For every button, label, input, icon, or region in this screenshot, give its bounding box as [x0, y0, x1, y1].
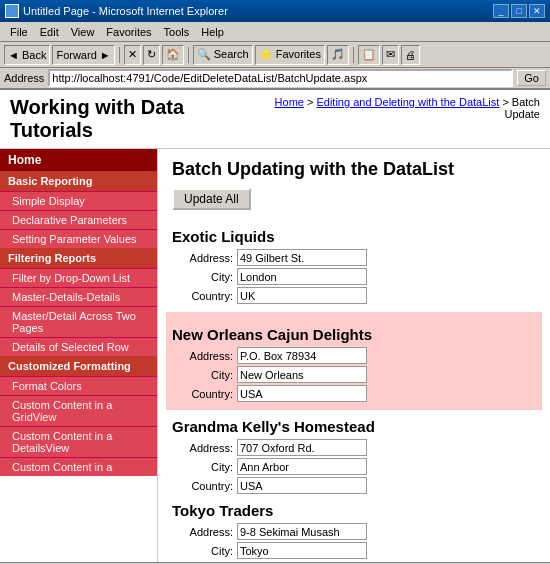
minimize-button[interactable]: _ [493, 4, 509, 18]
city-row-3: City: [172, 542, 536, 559]
sidebar-section-filtering-reports[interactable]: Filtering Reports [0, 248, 157, 268]
sidebar-item-filter-dropdown[interactable]: Filter by Drop-Down List [0, 268, 157, 287]
sidebar-section-basic-reporting[interactable]: Basic Reporting [0, 171, 157, 191]
address-row-2: Address: [172, 439, 536, 456]
media-button[interactable]: 🎵 [327, 45, 349, 65]
sidebar-item-details-selected-row[interactable]: Details of Selected Row [0, 337, 157, 356]
sidebar-item-custom-content-3[interactable]: Custom Content in a [0, 457, 157, 476]
country-row-0: Country: [172, 287, 536, 304]
address-input-3[interactable] [237, 523, 367, 540]
menu-favorites[interactable]: Favorites [100, 25, 157, 39]
title-bar: Untitled Page - Microsoft Internet Explo… [0, 0, 550, 22]
address-row-3: Address: [172, 523, 536, 540]
forward-button[interactable]: Forward ► [52, 45, 114, 65]
address-label-1: Address: [172, 350, 237, 362]
refresh-button[interactable]: ↻ [143, 45, 160, 65]
home-button[interactable]: 🏠 [162, 45, 184, 65]
city-input-0[interactable] [237, 268, 367, 285]
address-label: Address [4, 72, 44, 84]
address-row-1: Address: [172, 347, 536, 364]
page-header: Working with Data Tutorials Home > Editi… [0, 90, 550, 149]
company-name-3: Tokyo Traders [172, 502, 536, 519]
sidebar-home[interactable]: Home [0, 149, 157, 171]
sidebar-item-declarative-parameters[interactable]: Declarative Parameters [0, 210, 157, 229]
company-name-1: New Orleans Cajun Delights [172, 326, 536, 343]
page-wrapper: Working with Data Tutorials Home > Editi… [0, 90, 550, 562]
breadcrumb-separator: > [502, 96, 511, 108]
update-all-button[interactable]: Update All [172, 188, 251, 210]
favorites-button[interactable]: ⭐ Favorites [255, 45, 325, 65]
address-label-3: Address: [172, 526, 237, 538]
country-label-1: Country: [172, 388, 237, 400]
city-input-1[interactable] [237, 366, 367, 383]
company-block-0: Exotic Liquids Address: City: Country: [172, 228, 536, 304]
content-area: Home Basic Reporting Simple Display Decl… [0, 149, 550, 562]
country-row-1: Country: [172, 385, 536, 402]
address-input-0[interactable] [237, 249, 367, 266]
browser-icon [5, 4, 19, 18]
site-title: Working with Data Tutorials [10, 96, 256, 142]
company-name-2: Grandma Kelly's Homestead [172, 418, 536, 435]
history-button[interactable]: 📋 [358, 45, 380, 65]
breadcrumb-home[interactable]: Home [275, 96, 304, 108]
main-content: Batch Updating with the DataList Update … [158, 149, 550, 562]
close-button[interactable]: ✕ [529, 4, 545, 18]
menu-help[interactable]: Help [195, 25, 230, 39]
maximize-button[interactable]: □ [511, 4, 527, 18]
city-input-3[interactable] [237, 542, 367, 559]
sidebar-item-master-detail-across[interactable]: Master/Detail Across Two Pages [0, 306, 157, 337]
page-heading: Batch Updating with the DataList [172, 159, 536, 180]
address-bar: Address Go [0, 68, 550, 90]
address-input[interactable] [48, 69, 513, 87]
city-label-2: City: [172, 461, 237, 473]
mail-button[interactable]: ✉ [382, 45, 399, 65]
menu-tools[interactable]: Tools [158, 25, 196, 39]
country-input-0[interactable] [237, 287, 367, 304]
menu-file[interactable]: File [4, 25, 34, 39]
sidebar-item-simple-display[interactable]: Simple Display [0, 191, 157, 210]
window-controls[interactable]: _ □ ✕ [493, 4, 545, 18]
breadcrumb-parent[interactable]: Editing and Deleting with the DataList [316, 96, 499, 108]
sidebar: Home Basic Reporting Simple Display Decl… [0, 149, 158, 562]
city-label-3: City: [172, 545, 237, 557]
company-block-1: New Orleans Cajun Delights Address: City… [166, 312, 542, 410]
menu-edit[interactable]: Edit [34, 25, 65, 39]
country-input-1[interactable] [237, 385, 367, 402]
toolbar: ◄ Back Forward ► ✕ ↻ 🏠 🔍 Search ⭐ Favori… [0, 42, 550, 68]
menu-bar: File Edit View Favorites Tools Help [0, 22, 550, 42]
address-input-2[interactable] [237, 439, 367, 456]
breadcrumb: Home > Editing and Deleting with the Dat… [256, 96, 540, 120]
country-input-2[interactable] [237, 477, 367, 494]
country-label-0: Country: [172, 290, 237, 302]
city-label-0: City: [172, 271, 237, 283]
separator-3 [353, 47, 354, 63]
company-block-3: Tokyo Traders Address: City: [172, 502, 536, 559]
go-button[interactable]: Go [517, 70, 546, 86]
sidebar-item-master-details[interactable]: Master-Details-Details [0, 287, 157, 306]
print-button[interactable]: 🖨 [401, 45, 420, 65]
city-row-1: City: [172, 366, 536, 383]
search-button[interactable]: 🔍 Search [193, 45, 253, 65]
stop-button[interactable]: ✕ [124, 45, 141, 65]
city-row-2: City: [172, 458, 536, 475]
sidebar-section-customized-formatting[interactable]: Customized Formatting [0, 356, 157, 376]
menu-view[interactable]: View [65, 25, 101, 39]
country-label-2: Country: [172, 480, 237, 492]
address-label-2: Address: [172, 442, 237, 454]
sidebar-item-setting-parameter-values[interactable]: Setting Parameter Values [0, 229, 157, 248]
window-title: Untitled Page - Microsoft Internet Explo… [23, 5, 228, 17]
sidebar-item-custom-content-gridview[interactable]: Custom Content in a GridView [0, 395, 157, 426]
city-row-0: City: [172, 268, 536, 285]
city-input-2[interactable] [237, 458, 367, 475]
address-label-0: Address: [172, 252, 237, 264]
address-row-0: Address: [172, 249, 536, 266]
sidebar-item-format-colors[interactable]: Format Colors [0, 376, 157, 395]
sidebar-item-custom-content-detailsview[interactable]: Custom Content in a DetailsView [0, 426, 157, 457]
company-block-2: Grandma Kelly's Homestead Address: City:… [172, 418, 536, 494]
country-row-2: Country: [172, 477, 536, 494]
city-label-1: City: [172, 369, 237, 381]
back-button[interactable]: ◄ Back [4, 45, 50, 65]
company-name-0: Exotic Liquids [172, 228, 536, 245]
address-input-1[interactable] [237, 347, 367, 364]
separator-2 [188, 47, 189, 63]
